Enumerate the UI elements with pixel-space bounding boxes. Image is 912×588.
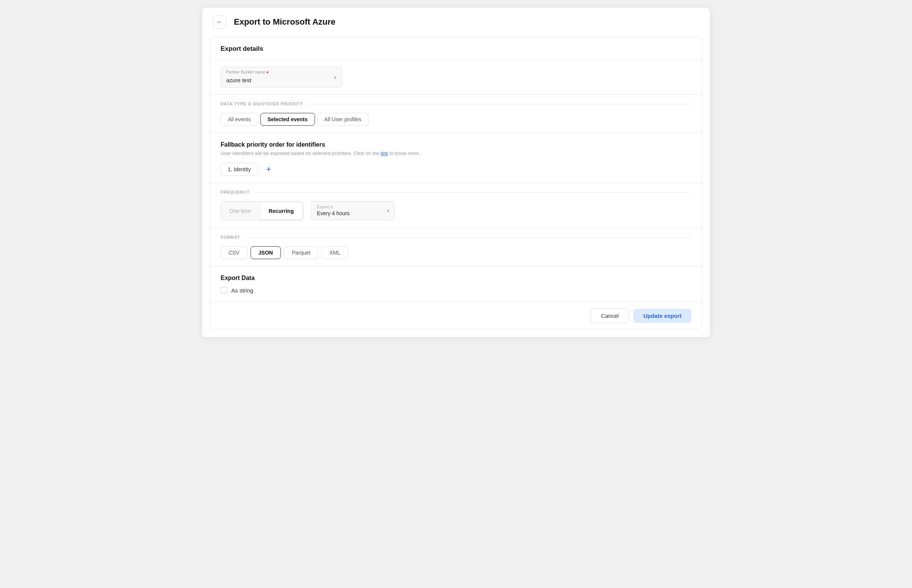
divider-line [308,104,691,104]
page-container: ← Export to Microsoft Azure Export detai… [202,8,710,337]
export-in-chevron-icon: ▾ [387,208,390,214]
export-in-wrapper: Export in Every 4 hours ▾ [311,201,395,220]
export-details-card: Export details Partner Bucket name● azur… [210,36,702,330]
as-string-row: As string [221,287,691,294]
export-in-label: Export in [317,205,380,209]
recurring-button[interactable]: Recurring [260,203,302,220]
as-string-checkbox[interactable] [221,287,228,294]
freq-divider-line [254,192,691,192]
frequency-toggle: One time Recurring [221,201,304,221]
fallback-description: User Identifiers will be exported based … [221,150,691,156]
frequency-row: One time Recurring Export in Every 4 hou… [221,201,691,221]
format-json[interactable]: JSON [251,246,281,259]
format-divider: FORMAT [210,235,702,239]
format-section: CSV JSON Parquet XML [210,239,702,266]
fallback-link[interactable]: link [380,150,388,156]
partner-bucket-section: Partner Bucket name● azure test [210,60,702,94]
frequency-divider: FREQUENCY [210,190,702,194]
fallback-section: Fallback priority order for identifiers … [210,133,702,183]
data-type-divider: DATA TYPE & IDENTIFIER PRIORITY [210,102,702,106]
export-in-box: Export in Every 4 hours ▾ [311,201,395,220]
divider-4 [210,228,702,228]
data-type-label: DATA TYPE & IDENTIFIER PRIORITY [221,102,308,106]
as-string-label: As string [231,287,253,294]
format-tabs: CSV JSON Parquet XML [221,246,691,259]
cancel-button[interactable]: Cancel [590,309,629,323]
tab-selected-events[interactable]: Selected events [260,113,315,126]
format-divider-line [245,237,691,237]
one-time-button[interactable]: One time [221,202,259,221]
export-data-section: Export Data As string [210,267,702,302]
data-type-tabs-section: All events Selected events All User prof… [210,106,702,132]
add-identity-button[interactable]: + [263,163,275,175]
tab-all-events[interactable]: All events [221,113,258,126]
back-icon: ← [217,19,223,25]
identity-badge: 1. Identity [221,163,258,176]
data-type-tabs: All events Selected events All User prof… [221,113,691,126]
partner-bucket-wrapper: Partner Bucket name● azure test [221,67,342,87]
frequency-section: One time Recurring Export in Every 4 hou… [210,194,702,228]
frequency-label: FREQUENCY [221,190,254,194]
update-export-button[interactable]: Update export [633,309,691,323]
export-in-value: Every 4 hours [317,210,349,216]
partner-bucket-field: Partner Bucket name● azure test [221,67,342,87]
divider-3 [210,183,702,183]
fallback-title: Fallback priority order for identifiers [221,141,691,148]
format-xml[interactable]: XML [322,246,348,259]
footer-bar: Cancel Update export [210,302,702,329]
back-button[interactable]: ← [213,15,226,29]
divider-1 [210,94,702,95]
page-title: Export to Microsoft Azure [234,17,335,27]
export-data-title: Export Data [221,275,691,281]
format-csv[interactable]: CSV [221,246,247,259]
format-parquet[interactable]: Parquet [284,246,319,259]
page-header: ← Export to Microsoft Azure [202,8,710,36]
identity-row: 1. Identity + [221,163,691,176]
tab-all-user-profiles[interactable]: All User profiles [317,113,369,126]
card-header: Export details [210,37,702,60]
format-label: FORMAT [221,235,245,239]
partner-bucket-select[interactable]: azure test [221,67,342,87]
